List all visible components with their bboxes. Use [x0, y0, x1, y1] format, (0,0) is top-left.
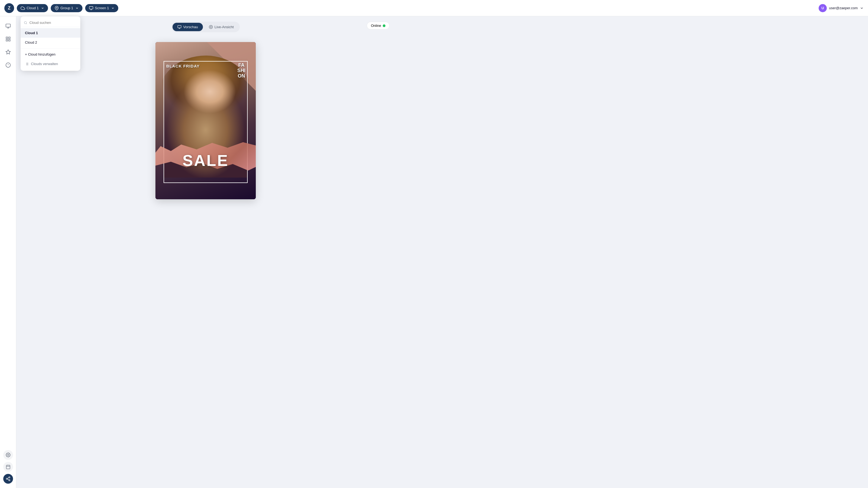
live-icon: [209, 25, 213, 29]
chevron-down-icon-screen: [111, 6, 115, 10]
svg-rect-9: [6, 40, 8, 41]
svg-rect-25: [178, 26, 182, 28]
svg-rect-10: [8, 40, 10, 41]
svg-point-30: [24, 22, 27, 24]
cloud-search-input[interactable]: [30, 21, 77, 25]
sidebar-item-grid[interactable]: [3, 34, 13, 44]
dropdown-item-cloud1[interactable]: Cloud 1: [21, 28, 80, 38]
preview-button[interactable]: Vorschau: [173, 23, 203, 31]
svg-rect-1: [89, 6, 93, 9]
list-icon: [25, 62, 29, 66]
topbar: Z Cloud 1 Group 1 Screen 1 U: [0, 0, 395, 16]
preview-card: BLACK FRIDAY FA SHI ON SALE: [155, 42, 256, 199]
dropdown-item-cloud2[interactable]: Cloud 2: [21, 38, 80, 47]
online-dot: [383, 24, 385, 27]
monitor-icon: [89, 6, 93, 10]
sidebar-item-screen[interactable]: [3, 21, 13, 31]
preview-icon: [177, 25, 182, 29]
fashion-text: FA SHI ON: [237, 63, 246, 78]
preview-inner: BLACK FRIDAY FA SHI ON SALE: [155, 42, 256, 199]
live-view-button[interactable]: Live-Ansicht: [204, 23, 239, 31]
dropdown-search-container: [21, 19, 80, 27]
chevron-down-icon: [41, 6, 44, 10]
dropdown-divider: [21, 48, 80, 48]
dropdown-manage-clouds[interactable]: Clouds verwalten: [21, 59, 80, 69]
sidebar-item-star[interactable]: [3, 46, 13, 58]
svg-marker-11: [6, 50, 10, 54]
svg-point-29: [210, 27, 211, 28]
black-friday-text: BLACK FRIDAY: [166, 64, 199, 68]
cloud-icon: [21, 6, 25, 10]
star-icon: [5, 50, 11, 55]
svg-rect-7: [6, 37, 8, 39]
svg-point-0: [56, 7, 57, 8]
search-icon: [24, 21, 27, 25]
svg-point-28: [209, 25, 213, 29]
online-badge: Online: [367, 22, 390, 30]
dropdown-add-cloud[interactable]: + Cloud hinzufügen: [21, 50, 80, 59]
view-toggle: Vorschau Live-Ansicht: [172, 22, 240, 32]
sale-text: SALE: [155, 151, 256, 169]
cloud-selector[interactable]: Cloud 1: [17, 4, 48, 12]
info-icon: [5, 62, 11, 68]
svg-rect-8: [8, 37, 10, 39]
cloud-dropdown: Cloud 1 Cloud 2 + Cloud hinzufügen Cloud…: [21, 16, 80, 71]
screen-icon: [5, 23, 11, 29]
grid-icon: [5, 36, 11, 42]
svg-rect-4: [6, 24, 10, 27]
screen-selector[interactable]: Screen 1: [85, 4, 118, 12]
group-selector[interactable]: Group 1: [51, 4, 83, 12]
svg-line-31: [26, 23, 27, 24]
sidebar: [0, 16, 16, 225]
logo-button[interactable]: Z: [4, 3, 14, 13]
location-icon: [55, 6, 59, 10]
sidebar-item-info[interactable]: [3, 60, 13, 70]
chevron-down-icon-group: [75, 6, 79, 10]
